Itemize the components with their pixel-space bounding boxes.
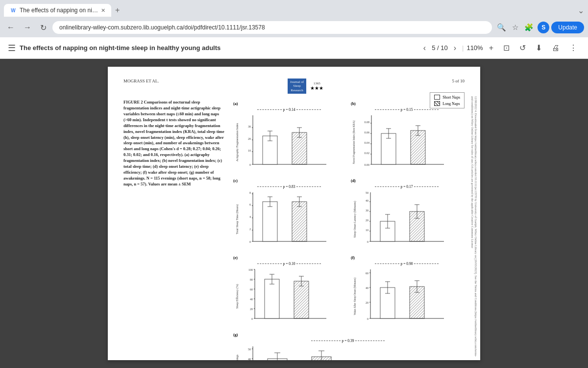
svg-text:60: 60: [366, 272, 368, 275]
svg-rect-54: [263, 202, 277, 241]
update-button[interactable]: Update: [551, 22, 584, 33]
svg-text:0.00: 0.00: [365, 163, 370, 166]
chart-g: (g) p = 0.39 10 20: [231, 331, 465, 360]
pdf-toolbar: ☰ The effects of napping on night-time s…: [0, 37, 588, 59]
chart-d-label: (d): [351, 179, 463, 183]
svg-text:20: 20: [248, 137, 251, 140]
chart-e-svg: 0 20 40 60 80 100: [233, 267, 329, 326]
rotate-button[interactable]: ↺: [516, 42, 529, 53]
svg-text:Number of Awakenings: Number of Awakenings: [236, 354, 239, 360]
chart-a: (a) p = 0.14: [231, 100, 347, 175]
issn-badge: 1365: [314, 81, 320, 85]
chart-f-svg: 0 20 40 60 Wake After Sleep Onset (Minut…: [351, 267, 446, 326]
tab-title: The effects of napping on nigh: [20, 7, 98, 14]
tab-bar-right: ⌄: [578, 6, 588, 15]
fit-page-button[interactable]: ⊡: [500, 42, 513, 53]
chart-a-svg: 0 10 20 30 Actigraphy Fragmentatio: [233, 113, 329, 172]
chart-d: (d) p = 0.17 0: [349, 177, 465, 252]
svg-text:0: 0: [251, 317, 253, 320]
reload-button[interactable]: ↻: [37, 21, 49, 34]
tab-close-button[interactable]: ✕: [101, 7, 105, 14]
download-button[interactable]: ⬇: [533, 42, 545, 53]
svg-text:50: 50: [366, 191, 368, 194]
chart-g-svg: 10 20 30 40 50 Number of Awakenings: [233, 344, 380, 360]
svg-rect-58: [292, 202, 307, 241]
chart-a-label: (a): [233, 102, 345, 106]
charts-grid: (a) p = 0.14: [231, 100, 465, 329]
address-input[interactable]: [52, 21, 492, 34]
browser-window: W The effects of napping on nigh ✕ + ⌄ ←…: [0, 0, 588, 368]
chart-d-svg: 0 10 20 30 40 50 Sl: [351, 190, 446, 249]
chart-e-label: (e): [233, 256, 345, 260]
extension-icon[interactable]: 🧩: [522, 21, 536, 34]
svg-text:0.02: 0.02: [365, 152, 370, 155]
side-text: 12/08/2022 4. Downloaded from https://on…: [470, 96, 477, 360]
zoom-level: 110%: [466, 44, 483, 52]
forward-button[interactable]: →: [21, 21, 34, 34]
svg-text:30: 30: [366, 209, 368, 212]
chart-b: (b) p = 0.15: [349, 100, 465, 175]
svg-text:30: 30: [248, 125, 251, 128]
svg-rect-103: [294, 281, 309, 318]
hamburger-icon[interactable]: ☰: [8, 43, 16, 53]
chart-c: (c) p = 0.83 0: [231, 177, 347, 252]
svg-text:Novel Fragmentation Index (Res: Novel Fragmentation Index (Rest KRA): [352, 121, 356, 164]
chart-b-svg: 0.00 0.02 0.04 0.06 0.08: [351, 113, 446, 172]
chart-g-label: (g): [233, 333, 463, 337]
svg-text:100: 100: [248, 268, 253, 271]
svg-text:8: 8: [249, 191, 251, 194]
svg-text:Sleep Onset Latency (Minutes): Sleep Onset Latency (Minutes): [353, 201, 357, 238]
profile-icon[interactable]: S: [538, 22, 549, 33]
svg-text:60: 60: [250, 288, 253, 291]
chart-c-pvalue: p = 0.83: [233, 184, 345, 189]
chart-a-pvalue: p = 0.14: [233, 106, 345, 112]
print-button[interactable]: 🖨: [549, 43, 563, 53]
svg-text:Total Sleep Time (Hours): Total Sleep Time (Hours): [236, 205, 239, 235]
tab-bar: W The effects of napping on nigh ✕ + ⌄: [0, 0, 588, 18]
chart-c-label: (c): [233, 179, 345, 183]
svg-text:4: 4: [249, 215, 251, 218]
search-icon[interactable]: 🔍: [495, 21, 508, 34]
svg-text:0: 0: [367, 240, 368, 243]
svg-text:0: 0: [367, 317, 368, 320]
toolbar-icons: 🔍 ☆ 🧩 S Update: [495, 21, 584, 34]
chart-g-pvalue: p = 0.39: [233, 338, 463, 343]
tab-favicon: W: [10, 7, 17, 14]
more-button[interactable]: ⋮: [566, 42, 580, 53]
chart-f-pvalue: p = 0.90: [351, 261, 463, 266]
chart-d-pvalue: p = 0.17: [351, 184, 463, 189]
svg-text:40: 40: [366, 287, 368, 289]
bookmark-icon[interactable]: ☆: [510, 21, 520, 34]
svg-text:2: 2: [249, 228, 251, 231]
svg-text:20: 20: [366, 219, 368, 222]
svg-text:0.06: 0.06: [365, 131, 370, 134]
svg-text:Wake After Sleep Onset (Minute: Wake After Sleep Onset (Minutes): [353, 278, 357, 315]
chart-b-pvalue: p = 0.15: [351, 106, 463, 112]
prev-page-button[interactable]: ‹: [420, 43, 429, 53]
svg-text:50: 50: [248, 348, 251, 351]
svg-text:Actigraphy Fragmentation Index: Actigraphy Fragmentation Index: [236, 123, 239, 162]
svg-text:10: 10: [248, 149, 251, 152]
back-button[interactable]: ←: [4, 21, 18, 34]
charts-area: (a) p = 0.14: [231, 100, 465, 360]
journal-info: Journal of Sleep Research 1365 ★★★: [288, 79, 323, 94]
journal-badge: Journal of Sleep Research: [288, 79, 306, 94]
svg-text:0.04: 0.04: [365, 141, 370, 144]
svg-text:20: 20: [250, 308, 253, 311]
new-tab-button[interactable]: +: [111, 6, 123, 15]
chart-e: (e) p = 0.10 0: [231, 254, 347, 329]
legend-short-swatch: [434, 95, 440, 100]
page-header: MOGRASS ET AL. Journal of Sleep Research…: [123, 79, 465, 94]
chart-c-svg: 0 2 4 6 8 Total Sleep Time (Hours): [233, 190, 329, 249]
chart-f-label: (f): [351, 256, 463, 260]
svg-text:10: 10: [366, 229, 368, 232]
zoom-in-button[interactable]: +: [486, 43, 496, 53]
figure-label: FIGURE 2 Comparisons of nocturnal sleep …: [123, 100, 225, 187]
legend-short-label: Short Naps: [442, 95, 460, 100]
active-tab[interactable]: W The effects of napping on nigh ✕: [4, 4, 111, 17]
next-page-button[interactable]: ›: [451, 43, 459, 53]
chart-e-pvalue: p = 0.10: [233, 261, 345, 266]
pdf-toolbar-right: ⊡ ↺ ⬇ 🖨 ⋮: [500, 42, 580, 53]
pdf-content: 12/08/2022 4. Downloaded from https://on…: [0, 59, 588, 368]
svg-text:0: 0: [249, 163, 251, 166]
